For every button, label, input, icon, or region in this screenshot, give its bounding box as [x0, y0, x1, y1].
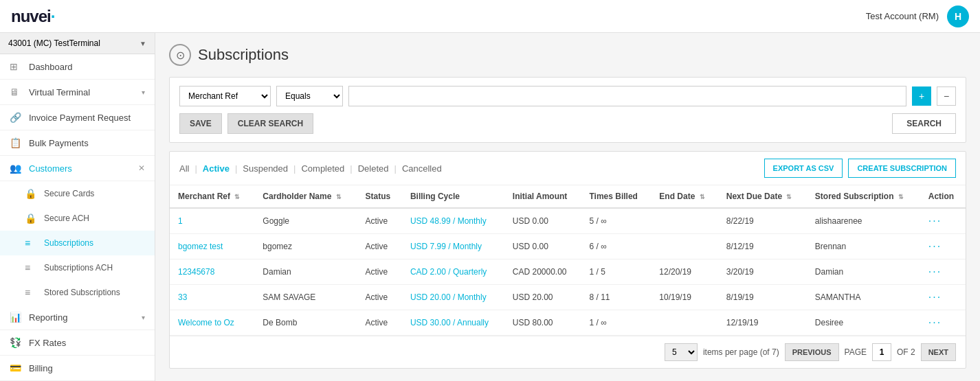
col-action: Action	[920, 185, 966, 208]
sidebar-item-invoice[interactable]: 🔗 Invoice Payment Request	[0, 105, 155, 130]
next-page-button[interactable]: NEXT	[921, 343, 956, 361]
times-billed-cell: 6 / ∞	[581, 234, 651, 259]
search-operator-select[interactable]: Equals Contains Starts With	[276, 86, 343, 106]
col-next-due-date: Next Due Date ⇅	[718, 185, 807, 208]
col-billing-cycle: Billing Cycle	[402, 185, 504, 208]
stored-subscription-cell: Brennan	[807, 234, 920, 259]
subscriptions-table: Merchant Ref ⇅ Cardholder Name ⇅ Status …	[170, 185, 966, 336]
initial-amount-cell: USD 0.00	[504, 234, 581, 259]
col-status: Status	[357, 185, 402, 208]
action-menu-button[interactable]: ···	[928, 266, 942, 277]
sort-icon[interactable]: ⇅	[336, 194, 342, 200]
table-row: bgomez test bgomez Active USD 7.99 / Mon…	[170, 234, 966, 259]
terminal-chevron-icon: ▼	[140, 40, 146, 47]
stored-subscription-cell: Desiree	[807, 310, 920, 336]
add-filter-button[interactable]: +	[912, 86, 931, 106]
sidebar-item-label: Billing	[29, 363, 53, 373]
secure-ach-icon: 🔒	[25, 213, 38, 224]
merchant-ref-cell[interactable]: bgomez test	[170, 234, 254, 259]
filter-tab-completed[interactable]: Completed	[297, 163, 348, 174]
page-label: PAGE	[845, 347, 867, 357]
billing-cycle-cell: USD 20.00 / Monthly	[402, 285, 504, 310]
logo: nuvei·	[11, 7, 54, 26]
merchant-ref-cell[interactable]: 1	[170, 208, 254, 234]
times-billed-cell: 1 / 5	[581, 259, 651, 285]
filter-tab-all[interactable]: All	[179, 163, 193, 174]
page-title: Subscriptions	[198, 46, 289, 64]
sort-icon[interactable]: ⇅	[234, 194, 240, 200]
header-right: Test Account (RM) H	[866, 5, 969, 27]
of-label: OF 2	[897, 347, 915, 357]
action-cell[interactable]: ···	[920, 285, 966, 310]
sort-icon[interactable]: ⇅	[700, 194, 705, 200]
merchant-ref-cell[interactable]: 12345678	[170, 259, 254, 285]
filter-tab-suspended[interactable]: Suspended	[238, 163, 292, 174]
sidebar-item-subscriptions-ach[interactable]: ≡ Subscriptions ACH	[0, 255, 155, 280]
search-button[interactable]: SEARCH	[892, 113, 956, 134]
sidebar-item-dashboard[interactable]: ⊞ Dashboard	[0, 54, 155, 80]
next-due-date-cell: 8/19/19	[718, 285, 807, 310]
table-row: 33 SAM SAVAGE Active USD 20.00 / Monthly…	[170, 285, 966, 310]
remove-filter-button[interactable]: −	[937, 86, 956, 106]
customers-icon: 👥	[10, 163, 23, 174]
user-avatar[interactable]: H	[947, 5, 969, 27]
sidebar-item-label: FX Rates	[29, 338, 66, 348]
current-page-number: 1	[872, 343, 891, 361]
search-value-input[interactable]	[348, 86, 906, 106]
sidebar-item-stored-subscriptions[interactable]: ≡ Stored Subscriptions	[0, 280, 155, 305]
filter-tab-deleted[interactable]: Deleted	[354, 163, 393, 174]
end-date-cell	[651, 310, 717, 336]
cardholder-name-cell: SAM SAVAGE	[254, 285, 357, 310]
cardholder-name-cell: Damian	[254, 259, 357, 285]
action-cell[interactable]: ···	[920, 259, 966, 285]
fx-rates-icon: 💱	[10, 337, 23, 348]
clear-search-button[interactable]: CLEAR SEARCH	[227, 113, 313, 134]
terminal-selector[interactable]: 43001 (MC) TestTerminal ▼	[0, 33, 155, 54]
sidebar-item-fx-rates[interactable]: 💱 FX Rates	[0, 330, 155, 356]
previous-page-button[interactable]: PREVIOUS	[785, 343, 839, 361]
sidebar-item-reporting[interactable]: 📊 Reporting ▾	[0, 305, 155, 330]
sidebar: 43001 (MC) TestTerminal ▼ ⊞ Dashboard 🖥 …	[0, 33, 155, 381]
col-merchant-ref: Merchant Ref ⇅	[170, 185, 254, 208]
status-cell: Active	[357, 234, 402, 259]
sidebar-item-bulk-payments[interactable]: 📋 Bulk Payments	[0, 130, 155, 156]
initial-amount-cell: CAD 20000.00	[504, 259, 581, 285]
save-search-button[interactable]: SAVE	[179, 113, 222, 134]
sidebar-item-secure-cards[interactable]: 🔒 Secure Cards	[0, 181, 155, 206]
end-date-cell: 10/19/19	[651, 285, 717, 310]
secure-cards-icon: 🔒	[25, 188, 38, 199]
sidebar-item-secure-ach[interactable]: 🔒 Secure ACH	[0, 206, 155, 231]
sidebar-item-subscriptions[interactable]: ≡ Subscriptions	[0, 231, 155, 255]
sidebar-item-label: Secure ACH	[44, 213, 89, 223]
action-menu-button[interactable]: ···	[928, 240, 942, 252]
filter-tab-cancelled[interactable]: Cancelled	[398, 163, 446, 174]
cardholder-name-cell: Goggle	[254, 208, 357, 234]
per-page-select[interactable]: 5 10 25	[665, 343, 698, 361]
create-subscription-button[interactable]: CREATE SUBSCRIPTION	[848, 159, 956, 178]
items-per-page-text: items per page (of 7)	[703, 347, 779, 357]
sidebar-item-virtual-terminal[interactable]: 🖥 Virtual Terminal ▾	[0, 80, 155, 105]
sort-icon[interactable]: ⇅	[786, 194, 792, 200]
billing-cycle-cell: CAD 2.00 / Quarterly	[402, 259, 504, 285]
action-menu-button[interactable]: ···	[928, 316, 942, 328]
times-billed-cell: 8 / 11	[581, 285, 651, 310]
action-cell[interactable]: ···	[920, 234, 966, 259]
top-header: nuvei· Test Account (RM) H	[0, 0, 980, 33]
sort-icon[interactable]: ⇅	[898, 194, 904, 200]
sidebar-item-customers[interactable]: 👥 Customers ✕	[0, 156, 155, 181]
filter-tab-active[interactable]: Active	[199, 163, 234, 174]
sidebar-item-billing[interactable]: 💳 Billing	[0, 356, 155, 381]
main-content: ⊙ Subscriptions Merchant Ref Cardholder …	[155, 33, 980, 381]
merchant-ref-cell[interactable]: 33	[170, 285, 254, 310]
next-due-date-cell: 8/22/19	[718, 208, 807, 234]
action-menu-button[interactable]: ···	[928, 291, 942, 303]
action-cell[interactable]: ···	[920, 310, 966, 336]
merchant-ref-cell[interactable]: Welcome to Oz	[170, 310, 254, 336]
stored-subscription-cell: Damian	[807, 259, 920, 285]
action-menu-button[interactable]: ···	[928, 215, 942, 227]
close-icon[interactable]: ✕	[138, 163, 145, 173]
cardholder-name-cell: De Bomb	[254, 310, 357, 336]
action-cell[interactable]: ···	[920, 208, 966, 234]
search-field-select[interactable]: Merchant Ref Cardholder Name Status	[179, 86, 271, 106]
export-csv-button[interactable]: EXPORT AS CSV	[764, 159, 843, 178]
